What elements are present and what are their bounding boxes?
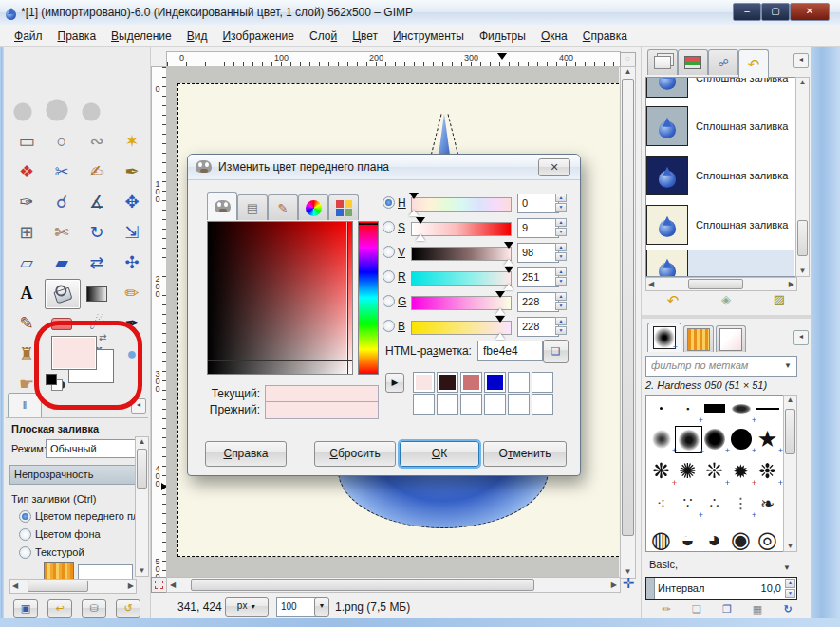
slider-marker[interactable] [409,193,419,204]
clear-undo-history-button[interactable]: ▨ [767,292,792,309]
spin-down-icon[interactable]: ▼ [555,228,567,236]
history-swatch[interactable] [460,372,482,393]
scrollbar-thumb[interactable] [785,409,795,454]
scroll-right-icon[interactable]: ▶ [789,280,794,289]
brush-item[interactable] [648,426,674,452]
brush-item[interactable]: ✹ [728,458,754,484]
scroll-up-icon[interactable]: ▲ [796,78,809,87]
v-spin-buttons[interactable]: ▲▼ [555,243,567,261]
dialog-close-button[interactable]: ✕ [538,158,570,176]
brush-item[interactable] [701,396,727,421]
brush-item[interactable]: ∴ [701,490,727,516]
brushes-collapse-button[interactable]: ◂ [793,330,809,345]
spacing-spin-buttons[interactable]: ▲▼ [785,579,795,598]
spin-up-icon[interactable]: ▲ [555,194,567,202]
brush-item[interactable]: ❧ [755,490,780,516]
chevron-down-icon[interactable]: ▼ [784,361,792,370]
s-spinbox[interactable]: 9 [517,218,559,238]
zoom-dropdown-button[interactable]: ▼ [314,597,329,617]
brush-item[interactable] [755,396,780,421]
tool-move[interactable]: ✥ [115,188,149,216]
r-spin-buttons[interactable]: ▲▼ [555,267,567,286]
history-swatch[interactable] [484,372,506,393]
tool-cage-transform[interactable]: ✣ [115,249,149,277]
canvas-hscrollbar[interactable]: ◀ ▶ [166,577,621,593]
brush-item[interactable]: ❋ [648,458,674,484]
undo-list-item[interactable]: Сплошная заливка [646,102,794,150]
edit-brush-button[interactable]: ✏ [655,603,678,619]
horizontal-ruler[interactable]: 0 100 200 300 400 [166,51,621,67]
tool-zoom[interactable]: ☌ [45,188,79,216]
quick-mask-toggle[interactable] [151,577,167,593]
r-radio[interactable] [383,270,395,283]
scroll-left-icon[interactable]: ◀ [170,581,176,590]
scroll-left-icon[interactable]: ◀ [648,280,654,289]
tool-scale[interactable]: ⇲ [115,218,149,247]
duplicate-brush-button[interactable]: ❐ [716,603,738,619]
brush-item[interactable]: ◒ [675,526,700,552]
spin-up-icon[interactable]: ▲ [785,579,795,588]
paths-tab[interactable]: ☍ [708,49,738,75]
spin-down-icon[interactable]: ▼ [555,203,567,212]
spin-up-icon[interactable]: ▲ [555,243,567,251]
restore-options-button[interactable]: ↩ [47,599,72,618]
tool-fuzzy-select[interactable]: ✶ [115,127,149,156]
dock-collapse-button[interactable]: ◂ [793,53,809,68]
cmyk-selector-tab[interactable]: ▤ [237,194,268,220]
slider-marker[interactable] [495,316,505,327]
brush-item[interactable]: ⋮ [728,490,754,516]
tool-crop[interactable]: ✄ [45,218,79,247]
scroll-down-icon[interactable]: ▼ [796,267,809,276]
watercolor-selector-tab[interactable]: ✎ [268,194,298,220]
v-radio[interactable] [383,246,395,258]
scroll-up-icon[interactable]: ▲ [136,437,148,447]
brush-item[interactable] [728,396,754,421]
b-spin-buttons[interactable]: ▲▼ [555,317,567,335]
menu-view[interactable]: Вид [180,27,215,46]
opacity-slider[interactable]: Непрозрачность [9,465,139,485]
undo-button[interactable]: ↶ [661,292,685,309]
menu-file[interactable]: Файл [8,27,49,46]
wheel-selector-tab[interactable] [298,194,328,220]
tool-scissors-select[interactable]: ✂ [45,157,79,186]
tool-ellipse-select[interactable]: ○ [45,127,79,156]
tool-pencil[interactable]: ✏ [115,279,149,307]
layers-tab[interactable] [647,49,678,75]
undo-vscrollbar[interactable]: ▲ ▼ [795,77,810,277]
history-swatch[interactable] [484,394,506,415]
tool-gradient[interactable] [80,279,114,307]
menu-filters[interactable]: Фильтры [473,27,532,46]
brush-item[interactable]: ◍ [648,526,674,552]
b-radio[interactable] [383,320,395,332]
history-swatch[interactable] [532,372,553,393]
scroll-right-icon[interactable]: ▶ [128,581,134,591]
ok-button[interactable]: ОК [400,441,479,467]
help-button[interactable]: Справка [205,441,287,467]
spacing-slider[interactable]: Интервал 10,0 ▲▼ [645,577,797,600]
scrollbar-thumb[interactable] [28,581,88,592]
tool-rectangle-select[interactable]: ▭ [9,127,44,156]
slider-marker[interactable] [416,217,425,229]
history-swatch[interactable] [508,394,530,415]
gimp-selector-tab[interactable] [207,192,237,220]
undo-list-item[interactable]: Сплошная заливка [646,201,794,249]
menu-layer[interactable]: Слой [303,27,344,46]
scroll-up-icon[interactable]: ▲ [621,67,635,77]
unit-select[interactable]: px ▼ [225,597,269,617]
scroll-down-icon[interactable]: ▼ [136,566,148,576]
menu-edit[interactable]: Правка [51,27,103,46]
tool-align[interactable]: ⊞ [9,218,44,247]
v-spinbox[interactable]: 98 [517,243,559,263]
refresh-brushes-button[interactable]: ↻ [776,603,799,619]
fill-pattern-radio[interactable] [19,546,31,559]
tool-text[interactable]: A [9,279,44,307]
scroll-right-icon[interactable]: ▶ [611,581,617,590]
r-spinbox[interactable]: 251 [517,267,559,287]
history-swatch[interactable] [413,372,435,393]
cancel-button[interactable]: Отменить [483,441,567,467]
brush-item[interactable]: ❊ [701,458,727,484]
history-arrow-button[interactable]: ▶ [385,373,404,393]
spin-up-icon[interactable]: ▲ [555,317,567,325]
s-slider[interactable] [411,222,512,236]
redo-button[interactable]: ◈ [714,292,738,309]
